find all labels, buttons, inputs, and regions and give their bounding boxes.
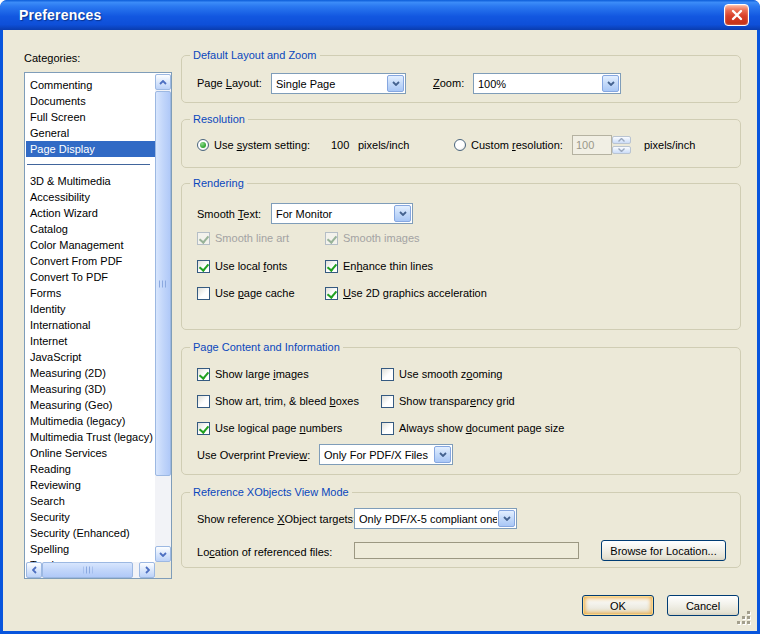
checkbox-icon [197,368,210,381]
category-item[interactable]: Multimedia Trust (legacy) [26,429,155,445]
overprint-preview-select[interactable]: Only For PDF/X Files [319,444,453,465]
dropdown-button[interactable] [602,75,619,92]
dropdown-button[interactable] [394,205,411,222]
use-page-cache-checkbox[interactable]: Use page cache [197,286,295,300]
xobject-targets-select[interactable]: Only PDF/X-5 compliant ones [354,508,517,529]
category-item[interactable]: Reading [26,461,155,477]
zoom-label: Zoom: [433,77,464,90]
ok-button[interactable]: OK [582,595,654,616]
checkbox-icon [197,395,210,408]
category-item[interactable]: Multimedia (legacy) [26,413,155,429]
category-item[interactable]: Accessibility [26,189,155,205]
show-transparency-grid-checkbox[interactable]: Show transparency grid [381,394,515,408]
category-item[interactable]: Online Services [26,445,155,461]
category-item[interactable]: Search [26,493,155,509]
location-input[interactable] [354,542,579,559]
scroll-right-button[interactable] [139,562,155,578]
page-layout-select[interactable]: Single Page [271,73,406,94]
triangle-up-icon [618,138,625,142]
category-item[interactable]: General [26,125,155,141]
category-item[interactable]: Measuring (3D) [26,381,155,397]
checkbox-icon [197,422,210,435]
category-item[interactable]: Convert From PDF [26,253,155,269]
xobject-targets-label: Show reference XObject targets: [197,513,356,526]
category-item[interactable]: Forms [26,285,155,301]
use-system-setting-radio[interactable]: Use system setting: [197,138,310,152]
group-title: Rendering [190,177,247,190]
horizontal-scrollbar-thumb[interactable] [42,562,133,578]
vertical-scrollbar[interactable] [155,74,171,562]
scroll-up-button[interactable] [155,74,171,90]
zoom-select[interactable]: 100% [473,73,621,94]
category-item[interactable]: International [26,317,155,333]
show-art-trim-bleed-boxes-checkbox[interactable]: Show art, trim, & bleed boxes [197,394,359,408]
category-item[interactable]: Measuring (2D) [26,365,155,381]
always-show-document-page-size-checkbox[interactable]: Always show document page size [381,421,564,435]
categories-listbox: CommentingDocumentsFull ScreenGeneralPag… [24,72,172,579]
thumb-grip [159,280,168,287]
category-item[interactable]: Color Management [26,237,155,253]
use-2d-graphics-acceleration-checkbox[interactable]: Use 2D graphics acceleration [325,286,487,300]
system-resolution-value: 100 [331,139,349,152]
use-smooth-zooming-checkbox[interactable]: Use smooth zooming [381,367,502,381]
triangle-down-icon [618,148,625,152]
selected-value: For Monitor [272,208,393,220]
chevron-down-icon [607,81,615,86]
category-item[interactable]: Action Wizard [26,205,155,221]
checkbox-icon [197,260,210,273]
resize-grip-icon [737,611,751,625]
group-title: Resolution [190,113,248,126]
show-large-images-checkbox[interactable]: Show large images [197,367,309,381]
enhance-thin-lines-checkbox[interactable]: Enhance thin lines [325,259,433,273]
category-item[interactable]: 3D & Multimedia [26,173,155,189]
dropdown-button[interactable] [498,510,515,527]
custom-resolution-stepper[interactable] [612,135,631,155]
smooth-images-checkbox[interactable]: Smooth images [325,231,420,245]
title-bar[interactable]: Preferences [0,0,760,30]
chevron-right-icon [145,566,150,574]
category-item[interactable]: Catalog [26,221,155,237]
use-logical-page-numbers-checkbox[interactable]: Use logical page numbers [197,421,342,435]
category-item[interactable]: Reviewing [26,477,155,493]
selected-value: 100% [474,78,601,90]
category-item[interactable]: Full Screen [26,109,155,125]
category-item[interactable]: Identity [26,301,155,317]
category-item[interactable]: Spelling [26,541,155,557]
category-item[interactable]: Commenting [26,77,155,93]
checkbox-label: Use logical page numbers [215,422,342,434]
category-item[interactable]: Security [26,509,155,525]
chevron-left-icon [32,566,37,574]
use-local-fonts-checkbox[interactable]: Use local fonts [197,259,287,273]
category-item[interactable]: Measuring (Geo) [26,397,155,413]
resize-grip[interactable] [737,611,751,625]
smooth-text-select[interactable]: For Monitor [271,203,413,224]
radio-icon [197,139,209,151]
close-button[interactable] [724,4,749,26]
category-item[interactable]: Internet [26,333,155,349]
category-item[interactable]: Convert To PDF [26,269,155,285]
cancel-button[interactable]: Cancel [667,595,739,616]
checkbox-icon [325,287,338,300]
dropdown-button[interactable] [387,75,404,92]
custom-resolution-input[interactable] [572,135,612,155]
spin-down-button[interactable] [612,146,631,154]
checkbox-label: Use local fonts [215,260,287,272]
scroll-left-button[interactable] [26,562,42,578]
custom-resolution-radio[interactable]: Custom resolution: [454,138,563,152]
category-item[interactable]: Security (Enhanced) [26,525,155,541]
vertical-scrollbar-thumb[interactable] [155,91,171,476]
horizontal-scrollbar[interactable] [26,562,155,578]
category-item[interactable]: JavaScript [26,349,155,365]
category-item[interactable]: Documents [26,93,155,109]
spin-up-button[interactable] [612,136,631,144]
checkbox-label: Show transparency grid [399,395,515,407]
browse-for-location-button[interactable]: Browse for Location... [601,540,726,561]
smooth-line-art-checkbox[interactable]: Smooth line art [197,231,289,245]
radio-label: Use system setting: [214,139,310,151]
scroll-down-button[interactable] [155,546,171,562]
radio-icon [454,139,466,151]
dropdown-button[interactable] [434,446,451,463]
category-item[interactable]: Page Display [26,141,155,157]
group-default-layout-zoom: Default Layout and Zoom Page Layout: Sin… [181,55,741,103]
checkbox-label: Show large images [215,368,309,380]
